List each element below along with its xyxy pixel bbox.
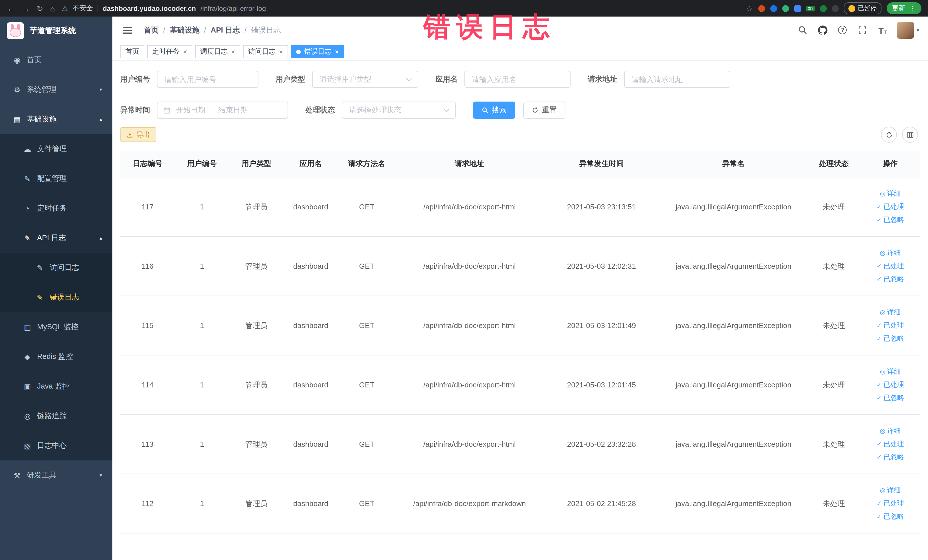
detail-link[interactable]: ◎ 详细 <box>863 365 918 378</box>
sidebar-item-access-log[interactable]: ✎ 访问日志 <box>0 253 112 282</box>
user-menu[interactable]: ▾ <box>897 21 919 38</box>
sidebar-item-java-monitor[interactable]: ▣ Java 监控 <box>0 371 112 401</box>
table-body: 117 1 管理员 dashboard GET /api/infra/db-do… <box>121 177 920 533</box>
processed-link[interactable]: ✓ 已处理 <box>863 497 918 510</box>
user-id-input[interactable] <box>157 71 258 88</box>
github-icon[interactable] <box>817 24 828 35</box>
extension-icon[interactable] <box>794 5 801 12</box>
detail-link[interactable]: ◎ 详细 <box>863 484 918 497</box>
exception-time-range-picker[interactable]: 开始日期 - 结束日期 <box>157 102 288 119</box>
sidebar-item-label: 日志中心 <box>37 441 67 451</box>
reset-button[interactable]: 重置 <box>523 102 565 119</box>
cell-request-url: /api/infra/db-doc/export-html <box>396 237 544 296</box>
ignored-link[interactable]: ✓ 已忽略 <box>863 451 918 464</box>
breadcrumb-infra[interactable]: 基础设施 <box>170 25 199 35</box>
sidebar-item-file-manage[interactable]: ☁ 文件管理 <box>0 134 112 164</box>
column-settings-button[interactable] <box>902 127 918 143</box>
detail-link-label: 详细 <box>887 365 901 378</box>
breadcrumb-home[interactable]: 首页 <box>144 25 159 35</box>
detail-link[interactable]: ◎ 详细 <box>863 246 918 259</box>
user-type-select[interactable]: 请选择用户类型 <box>312 71 418 88</box>
tag-home[interactable]: 首页 <box>121 45 144 58</box>
processed-link[interactable]: ✓ 已处理 <box>863 200 918 214</box>
font-size-icon[interactable]: TT <box>877 24 888 35</box>
sidebar-item-home[interactable]: ◉ 首页 <box>0 45 112 75</box>
cell-user-type: 管理员 <box>229 296 284 355</box>
sidebar-item-dev-tools[interactable]: ⚒ 研发工具 ▾ <box>0 461 112 490</box>
kebab-menu-icon[interactable]: ⋮ <box>909 4 916 12</box>
detail-link-label: 详细 <box>887 187 901 200</box>
pin-extension-icon[interactable] <box>832 5 838 12</box>
sidebar-item-infra[interactable]: ▤ 基础设施 ▴ <box>0 104 112 134</box>
sidebar-item-error-log[interactable]: ✎ 错误日志 <box>0 282 112 312</box>
hamburger-icon[interactable] <box>122 24 133 36</box>
cell-user-id: 1 <box>175 296 229 355</box>
eye-icon: ◎ <box>880 306 885 319</box>
ignored-link[interactable]: ✓ 已忽略 <box>863 214 918 226</box>
smiley-icon <box>848 5 855 12</box>
process-status-select[interactable]: 请选择处理状态 <box>342 102 456 119</box>
bookmark-star-icon[interactable]: ☆ <box>746 4 753 12</box>
log-icon: ✎ <box>35 263 44 272</box>
close-icon[interactable]: × <box>231 48 235 56</box>
tag-cron-job[interactable]: 定时任务 × <box>147 45 192 58</box>
sidebar-item-system[interactable]: ⚙ 系统管理 ▾ <box>0 75 112 104</box>
sidebar-item-cron-job[interactable]: ◔ 定时任务 <box>0 194 112 223</box>
col-exception-name: 异常名 <box>659 151 807 177</box>
close-icon[interactable]: × <box>279 48 283 56</box>
paused-badge[interactable]: 已暂停 <box>844 2 881 14</box>
ignored-link[interactable]: ✓ 已忽略 <box>863 332 918 345</box>
sidebar-item-trace[interactable]: ◎ 链路追踪 <box>0 401 112 431</box>
sidebar-item-config-manage[interactable]: ✎ 配置管理 <box>0 164 112 194</box>
check-icon: ✓ <box>877 200 882 214</box>
processed-link[interactable]: ✓ 已处理 <box>863 438 918 451</box>
end-date-placeholder: 结束日期 <box>218 105 248 115</box>
ignored-link[interactable]: ✓ 已忽略 <box>863 273 918 286</box>
close-icon[interactable]: × <box>183 48 187 56</box>
chrome-home-icon[interactable]: ⌂ <box>50 4 55 12</box>
detail-link[interactable]: ◎ 详细 <box>863 187 918 200</box>
col-method: 请求方法名 <box>338 151 396 177</box>
sidebar-item-mysql-monitor[interactable]: ▥ MySQL 监控 <box>0 312 112 342</box>
avatar[interactable] <box>897 21 914 38</box>
search-icon[interactable] <box>797 24 808 35</box>
request-url-input[interactable] <box>624 71 730 88</box>
search-button[interactable]: 搜索 <box>473 102 515 119</box>
extension-icon[interactable] <box>770 5 777 12</box>
table-header-row: 日志编号 用户编号 用户类型 应用名 请求方法名 请求地址 异常发生时间 异常名… <box>121 151 920 177</box>
close-icon[interactable]: × <box>335 48 339 56</box>
processed-link[interactable]: ✓ 已处理 <box>863 259 918 273</box>
api-log-submenu: ✎ 访问日志 ✎ 错误日志 <box>0 253 112 312</box>
breadcrumb-api-log[interactable]: API 日志 <box>211 25 240 35</box>
on-badge-extension-icon[interactable]: on <box>806 5 815 11</box>
detail-link[interactable]: ◎ 详细 <box>863 424 918 438</box>
fullscreen-icon[interactable] <box>857 24 868 35</box>
app-name-input[interactable] <box>464 71 571 88</box>
reload-icon[interactable]: ↻ <box>37 4 43 12</box>
processed-link[interactable]: ✓ 已处理 <box>863 319 918 332</box>
detail-link[interactable]: ◎ 详细 <box>863 306 918 319</box>
tag-access-log[interactable]: 访问日志 × <box>243 45 288 58</box>
leaf-extension-icon[interactable] <box>820 5 826 12</box>
tag-schedule-log[interactable]: 调度日志 × <box>195 45 240 58</box>
sidebar-item-redis-monitor[interactable]: ◆ Redis 监控 <box>0 342 112 371</box>
extension-icon[interactable] <box>782 5 789 12</box>
check-icon: ✓ <box>877 438 882 451</box>
app-logo[interactable]: 芋道管理系统 <box>0 17 112 45</box>
processed-link[interactable]: ✓ 已处理 <box>863 378 918 391</box>
ignored-link-label: 已忽略 <box>884 451 904 464</box>
tag-error-log[interactable]: 错误日志 × <box>291 45 344 58</box>
sidebar-item-api-log[interactable]: ✎ API 日志 ▴ <box>0 223 112 253</box>
help-icon[interactable]: ? <box>837 24 848 35</box>
update-button[interactable]: 更新 ⋮ <box>886 2 922 14</box>
back-icon[interactable]: ← <box>7 4 15 12</box>
cell-actions: ◎ 详细 ✓ 已处理 ✓ 已忽略 <box>860 177 920 237</box>
ignored-link[interactable]: ✓ 已忽略 <box>863 510 918 523</box>
export-button[interactable]: 导出 <box>121 127 156 142</box>
forward-icon[interactable]: → <box>22 4 30 12</box>
ignored-link[interactable]: ✓ 已忽略 <box>863 391 918 404</box>
address-bar[interactable]: ⚠ 不安全 dashboard.yudao.iocoder.cn /infra/… <box>62 3 739 13</box>
extension-icon[interactable] <box>758 5 765 12</box>
sidebar-item-log-center[interactable]: ▧ 日志中心 <box>0 431 112 461</box>
refresh-button[interactable] <box>881 127 897 143</box>
